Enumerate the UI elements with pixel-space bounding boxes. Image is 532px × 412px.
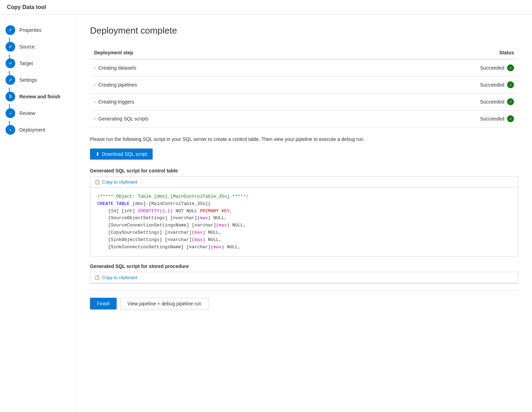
step-cell: › Creating datasets: [90, 59, 346, 77]
copy-to-clipboard-procedure[interactable]: 📋 Copy to clipboard: [90, 272, 518, 283]
page-title: Deployment complete: [90, 25, 518, 36]
status-text-sql: Succeeded: [480, 116, 504, 122]
step-circle-source: ✓: [6, 42, 15, 52]
sidebar-label-properties: Properties: [19, 27, 42, 33]
step-circle-target: ✓: [6, 59, 15, 68]
status-text-triggers: Succeeded: [480, 99, 504, 105]
sql-control-table-container: 📋 Copy to clipboard /***** Object: Table…: [90, 176, 518, 257]
step-name-sql: Generating SQL scripts: [98, 116, 148, 122]
copy-icon: 📋: [94, 179, 100, 185]
download-sql-button[interactable]: ⬇ Download SQL script: [90, 149, 153, 160]
table-row: › Generating SQL scripts Succeeded ✓: [90, 110, 518, 127]
step-name-datasets: Creating datasets: [98, 65, 136, 71]
sql-control-table-section: Generated SQL script for control table 📋…: [90, 168, 518, 257]
sidebar-label-deployment: Deployment: [19, 127, 45, 133]
step-cell: › Creating pipelines: [90, 77, 346, 93]
view-pipeline-button[interactable]: View pipeline + debug pipeline run: [120, 298, 208, 310]
status-text-datasets: Succeeded: [480, 65, 504, 71]
info-text: Please run the following SQL script in y…: [90, 136, 518, 143]
table-row: › Creating pipelines Succeeded ✓: [90, 77, 518, 93]
sidebar-item-properties[interactable]: ✓ Properties: [0, 22, 76, 38]
download-icon: ⬇: [96, 151, 100, 157]
check-icon-target: ✓: [9, 61, 12, 66]
table-row: › Creating triggers Succeeded ✓: [90, 93, 518, 110]
dot-icon-review: ●: [10, 112, 11, 115]
sidebar-label-source: Source: [19, 44, 35, 50]
step-circle-properties: ✓: [6, 25, 15, 35]
bottom-actions: Finish View pipeline + debug pipeline ru…: [90, 290, 518, 316]
step-circle-settings: ✓: [6, 75, 15, 85]
chevron-right-icon[interactable]: ›: [94, 116, 96, 121]
sidebar: ✓ Properties ✓ Source ✓ Target ✓ Setting…: [0, 15, 76, 411]
copy-icon-procedure: 📋: [94, 275, 100, 280]
sidebar-label-target: Target: [19, 61, 33, 66]
sidebar-label-settings: Settings: [19, 77, 37, 83]
status-text-pipelines: Succeeded: [480, 82, 504, 88]
success-icon-sql: ✓: [507, 115, 514, 122]
step-cell: › Generating SQL scripts: [90, 110, 346, 127]
app-title: Copy Data tool: [7, 4, 46, 10]
step-circle-review: ●: [6, 108, 15, 118]
step-name-pipelines: Creating pipelines: [98, 82, 137, 88]
col-status: Status: [346, 46, 518, 59]
sidebar-item-review[interactable]: ● Review: [0, 105, 76, 122]
copy-to-clipboard-control[interactable]: 📋 Copy to clipboard: [90, 177, 518, 188]
finish-button[interactable]: Finish: [90, 298, 117, 310]
dot-icon-deployment: ●: [10, 128, 11, 132]
sql-stored-procedure-container: 📋 Copy to clipboard: [90, 272, 518, 284]
step-circle-deployment: ●: [6, 125, 15, 135]
main-content: Deployment complete Deployment step Stat…: [76, 15, 532, 411]
sidebar-item-deployment[interactable]: ● Deployment: [0, 122, 76, 135]
step-name-triggers: Creating triggers: [98, 99, 134, 105]
copy-label-procedure: Copy to clipboard: [102, 275, 137, 280]
chevron-right-icon[interactable]: ›: [94, 82, 96, 87]
status-cell: Succeeded ✓: [346, 59, 518, 77]
step-number-review-finish: 5: [9, 94, 12, 99]
main-layout: ✓ Properties ✓ Source ✓ Target ✓ Setting…: [0, 15, 532, 411]
download-btn-label: Download SQL script: [102, 151, 147, 157]
success-icon-triggers: ✓: [507, 98, 514, 105]
success-icon-datasets: ✓: [507, 64, 514, 71]
sidebar-item-source[interactable]: ✓ Source: [0, 38, 76, 55]
sidebar-label-review-finish: Review and finish: [19, 94, 60, 99]
sql-code-control-table: /***** Object: Table [dbo].[MainControlT…: [90, 188, 518, 256]
step-cell: › Creating triggers: [90, 93, 346, 110]
success-icon-pipelines: ✓: [507, 81, 514, 88]
check-icon-source: ✓: [9, 44, 12, 49]
app-header: Copy Data tool: [0, 0, 532, 15]
status-cell: Succeeded ✓: [346, 110, 518, 127]
step-circle-review-finish: 5: [6, 92, 15, 101]
sidebar-item-settings[interactable]: ✓ Settings: [0, 72, 76, 88]
check-icon-settings: ✓: [9, 78, 12, 82]
deployment-table: Deployment step Status › Creating datase…: [90, 46, 518, 127]
sql-control-table-title: Generated SQL script for control table: [90, 168, 518, 173]
copy-label-control: Copy to clipboard: [102, 179, 137, 185]
sql-stored-procedure-title: Generated SQL script for stored procedur…: [90, 263, 518, 269]
sidebar-item-review-finish[interactable]: 5 Review and finish: [0, 88, 76, 105]
table-row: › Creating datasets Succeeded ✓: [90, 59, 518, 77]
check-icon: ✓: [9, 28, 12, 33]
chevron-right-icon[interactable]: ›: [94, 65, 96, 70]
sidebar-label-review: Review: [19, 110, 35, 116]
sidebar-item-target[interactable]: ✓ Target: [0, 55, 76, 72]
status-cell: Succeeded ✓: [346, 93, 518, 110]
sql-stored-procedure-section: Generated SQL script for stored procedur…: [90, 263, 518, 284]
status-cell: Succeeded ✓: [346, 77, 518, 93]
col-deployment-step: Deployment step: [90, 46, 346, 59]
chevron-right-icon[interactable]: ›: [94, 99, 96, 104]
